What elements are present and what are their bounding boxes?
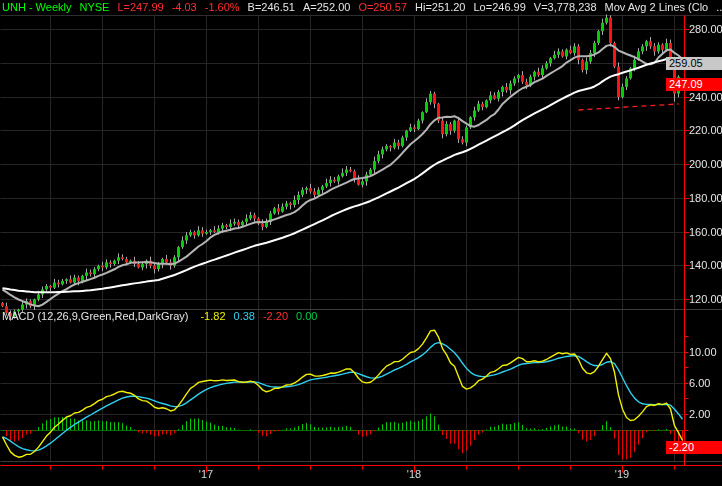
year-tick-label: '18 xyxy=(402,468,426,480)
year-tick-label: '19 xyxy=(610,468,634,480)
ask-label: A=252.00 xyxy=(303,1,350,14)
last-price-marker: 247.09 xyxy=(666,78,722,91)
price-tick-label: 280.00 xyxy=(689,23,722,36)
indicator-ellipsis: ... xyxy=(716,1,722,14)
year-tick-label: '17 xyxy=(194,468,218,480)
last-price-label: L=247.99 xyxy=(117,1,163,14)
price-tick-label: 140.00 xyxy=(689,259,722,272)
chart-window: UNH - Weekly NYSE L=247.99 -4.03 -1.60% … xyxy=(0,0,722,486)
macd-value-marker: -2.20 xyxy=(666,441,722,454)
macd-indicator-label: MACD (12,26,9,Green,Red,DarkGray) -1.82 … xyxy=(2,310,317,323)
bid-label: B=246.51 xyxy=(248,1,295,14)
change-label: -4.03 xyxy=(172,1,197,14)
exchange-label: NYSE xyxy=(79,1,109,14)
macd-value-label: -1.82 xyxy=(200,310,225,323)
price-tick-label: 180.00 xyxy=(689,192,722,205)
quote-header: UNH - Weekly NYSE L=247.99 -4.03 -1.60% … xyxy=(2,1,722,14)
macd-diff-label: -2.20 xyxy=(263,310,288,323)
macd-name-label[interactable]: MACD (12,26,9,Green,Red,DarkGray) xyxy=(2,310,188,323)
low-label: Lo=246.99 xyxy=(473,1,525,14)
macd-signal-label: 0.38 xyxy=(234,310,255,323)
high-label: Hi=251.20 xyxy=(415,1,465,14)
macd-tick-label: 10.00 xyxy=(689,346,717,359)
ma-price-marker: 259.05 xyxy=(666,57,722,70)
macd-zero-label: 0.00 xyxy=(296,310,317,323)
indicator-name-label[interactable]: Mov Avg 2 Lines (Clo xyxy=(605,1,709,14)
symbol-label: UNH - Weekly xyxy=(2,1,71,14)
price-tick-label: 200.00 xyxy=(689,158,722,171)
price-tick-label: 160.00 xyxy=(689,226,722,239)
price-chart-canvas[interactable] xyxy=(0,0,722,486)
change-pct-label: -1.60% xyxy=(205,1,240,14)
price-tick-label: 240.00 xyxy=(689,91,722,104)
price-tick-label: 120.00 xyxy=(689,293,722,306)
price-tick-label: 220.00 xyxy=(689,124,722,137)
macd-tick-label: 2.00 xyxy=(689,408,710,421)
volume-label: V=3,778,238 xyxy=(534,1,597,14)
open-label: O=250.57 xyxy=(358,1,407,14)
macd-tick-label: 6.00 xyxy=(689,377,710,390)
